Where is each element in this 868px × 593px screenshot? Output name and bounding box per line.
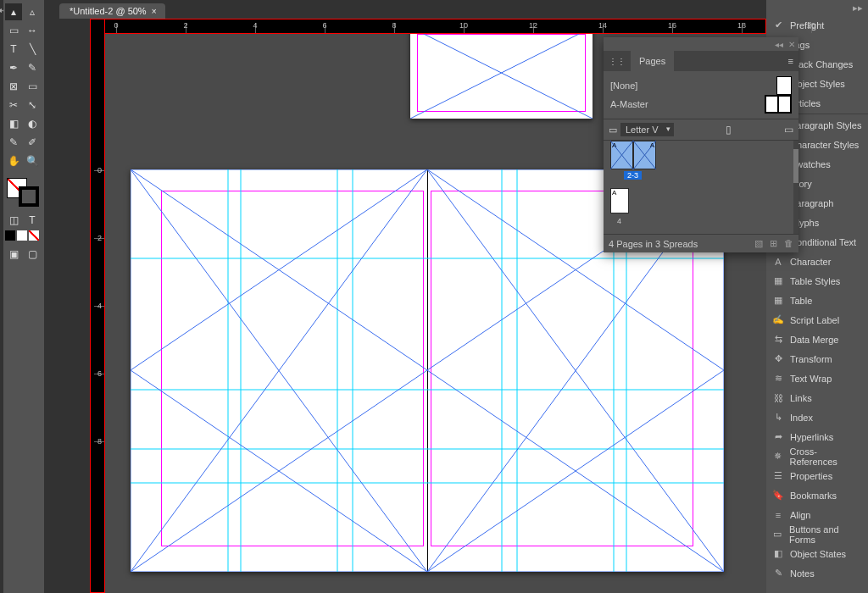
spread-thumb-diagonals — [610, 141, 656, 169]
panel-bookmarks[interactable]: 🔖Bookmarks — [766, 485, 868, 505]
tool-rectangle-frame[interactable]: ⊠ — [5, 78, 22, 95]
ruler-h-label: 14 — [598, 21, 607, 30]
panel-menu-icon[interactable]: ≡ — [783, 56, 798, 66]
pages-scrollbar[interactable] — [793, 141, 798, 234]
tool-eyedropper[interactable]: ✐ — [24, 134, 41, 151]
panel-object-states[interactable]: ◧Object States — [766, 544, 868, 563]
page-thumb-4[interactable]: A — [610, 188, 629, 213]
panel-table-styles[interactable]: ▦Table Styles — [766, 271, 868, 291]
ruler-h-label: 16 — [668, 21, 676, 30]
close-icon[interactable]: ✕ — [788, 40, 795, 49]
apply-white-chip[interactable] — [17, 230, 27, 241]
pages-tab[interactable]: Pages — [631, 51, 674, 71]
page-thumb-4-label: 4 — [617, 217, 621, 225]
master-none-label: [None] — [610, 80, 637, 91]
panel-label: Paragraph Styles — [790, 120, 861, 130]
panel-data-merge[interactable]: ⇆Data Merge — [766, 330, 868, 349]
apply-black-chip[interactable] — [5, 230, 15, 241]
tool-selection[interactable]: ▴ — [5, 3, 22, 20]
tool-type[interactable]: T — [5, 41, 22, 58]
tool-gap[interactable]: ↔ — [24, 22, 41, 39]
ruler-v-label: 8 — [97, 437, 102, 446]
tool-format-container[interactable]: ◫ — [5, 212, 22, 229]
panel-label: Script Label — [790, 315, 839, 325]
panel-preflight[interactable]: ✔Preflight — [766, 15, 868, 35]
table-icon: ▦ — [772, 295, 784, 307]
panel-label: Properties — [790, 471, 832, 481]
panel-label: Table — [790, 296, 812, 306]
document-tab[interactable]: *Untitled-2 @ 50% × — [59, 3, 165, 19]
panel-properties[interactable]: ☰Properties — [766, 466, 868, 485]
panel-hyperlinks[interactable]: ➦Hyperlinks — [766, 427, 868, 446]
tool-pencil[interactable]: ✎ — [24, 59, 41, 76]
panel-label: Notes — [790, 568, 815, 579]
master-prefix: A — [612, 189, 616, 197]
panel-text-wrap[interactable]: ≋Text Wrap — [766, 369, 868, 388]
horizontal-ruler[interactable]: 02468101214161820 — [90, 19, 766, 34]
panel-table[interactable]: ▦Table — [766, 291, 868, 310]
panel-grip-icon[interactable]: ⋮⋮ — [604, 57, 631, 66]
panel-label: Character Styles — [790, 140, 859, 150]
tool-format-text[interactable]: T — [24, 212, 41, 229]
panel-script-label[interactable]: ✍Script Label — [766, 310, 868, 330]
tool-pen[interactable]: ✒ — [5, 59, 22, 76]
panel-buttons-and-forms[interactable]: ▭Buttons and Forms — [766, 524, 868, 544]
fill-stroke-swatch[interactable] — [5, 176, 39, 207]
panel-label: Track Changes — [790, 59, 853, 69]
panel-label: Links — [790, 393, 812, 403]
orientation-landscape-icon[interactable]: ▭ — [784, 124, 793, 136]
tool-hand[interactable]: ✋ — [5, 152, 22, 169]
ruler-v-label: 0 — [97, 166, 102, 175]
tool-free-transform[interactable]: ⤡ — [24, 97, 41, 114]
stroke-swatch[interactable] — [19, 186, 39, 207]
tool-page[interactable]: ▭ — [5, 22, 22, 39]
page-thumbnails: A A 2-3 A 4 — [604, 141, 798, 234]
panel-label: Object States — [790, 549, 846, 559]
page-1[interactable] — [410, 34, 593, 119]
spread-thumb-2-3[interactable]: A A — [610, 141, 656, 169]
new-page-icon[interactable]: ⊞ — [770, 238, 777, 249]
close-icon[interactable]: × — [152, 7, 157, 16]
tool-preview-view[interactable]: ▢ — [24, 246, 41, 263]
page-size-value: Letter V — [626, 125, 659, 135]
toolbox: ▴▵▭↔T╲✒✎⊠▭✂⤡◧◐✎✐✋🔍◫T▣▢ — [3, 0, 44, 593]
tool-scissors[interactable]: ✂ — [5, 97, 22, 114]
panel-character[interactable]: ACharacter — [766, 252, 868, 271]
document-tab-title: *Untitled-2 @ 50% — [70, 6, 147, 16]
collapse-icon[interactable]: ◂◂ — [775, 40, 783, 49]
orientation-portrait-icon[interactable]: ▯ — [726, 124, 732, 136]
ruler-h-label: 18 — [737, 21, 746, 30]
index-icon: ↳ — [772, 412, 784, 424]
master-none[interactable]: [None] — [610, 76, 792, 95]
panel-index[interactable]: ↳Index — [766, 407, 868, 427]
panel-transform[interactable]: ✥Transform — [766, 349, 868, 369]
text-wrap-icon: ≋ — [772, 373, 784, 385]
pages-panel[interactable]: ◂◂ ✕ ⋮⋮ Pages ≡ [None] A-Master — [604, 37, 798, 252]
panel-label: Data Merge — [790, 335, 838, 345]
dock-collapse-icon[interactable]: ▸▸ — [766, 0, 868, 15]
panel-align[interactable]: ≡Align — [766, 505, 868, 524]
document-tabbar: *Untitled-2 @ 50% × — [44, 0, 766, 19]
tool-gradient-feather[interactable]: ◐ — [24, 115, 41, 132]
bookmarks-icon: 🔖 — [772, 490, 784, 502]
tool-rectangle[interactable]: ▭ — [24, 78, 41, 95]
vertical-ruler[interactable]: 02468 — [90, 19, 105, 593]
panel-notes[interactable]: ✎Notes — [766, 563, 868, 583]
tool-direct-selection[interactable]: ▵ — [24, 3, 41, 20]
master-a[interactable]: A-Master — [610, 95, 792, 114]
panel-label: Align — [790, 510, 810, 520]
panel-cross-references[interactable]: ✵Cross-References — [766, 446, 868, 466]
tool-gradient-swatch[interactable]: ◧ — [5, 115, 22, 132]
preflight-icon: ✔ — [772, 19, 784, 31]
edit-page-size-icon[interactable]: ▧ — [754, 238, 763, 249]
tool-normal-view[interactable]: ▣ — [5, 246, 22, 263]
panel-links[interactable]: ⛓Links — [766, 388, 868, 407]
ruler-h-label: 2 — [183, 21, 187, 30]
page-size-select[interactable]: Letter V — [620, 123, 674, 136]
tool-note[interactable]: ✎ — [5, 134, 22, 151]
tool-zoom[interactable]: 🔍 — [24, 152, 41, 169]
apply-none-chip[interactable] — [29, 230, 39, 241]
delete-page-icon[interactable]: 🗑 — [784, 238, 793, 249]
ruler-h-label: 10 — [459, 21, 468, 30]
tool-line[interactable]: ╲ — [24, 41, 41, 58]
